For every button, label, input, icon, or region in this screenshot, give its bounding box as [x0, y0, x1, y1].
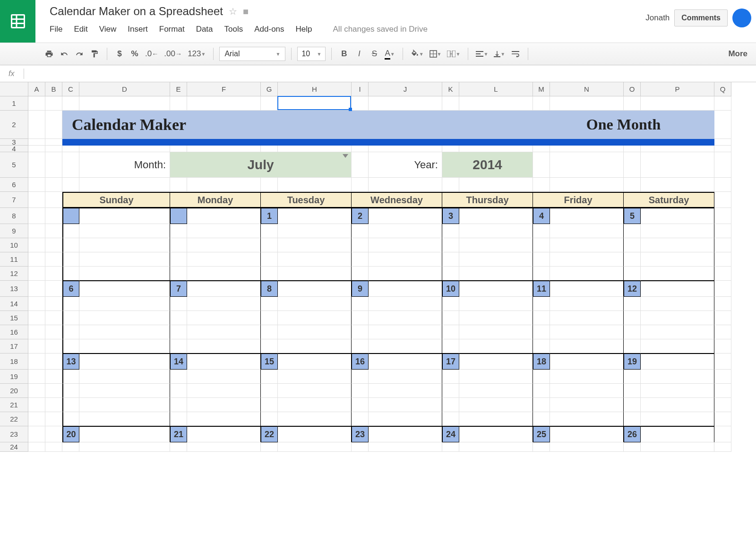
date-6[interactable]: 6 [62, 281, 79, 297]
cell-K16[interactable] [442, 325, 459, 339]
cell-A3[interactable] [28, 139, 45, 146]
cell-L19[interactable] [459, 370, 533, 384]
cell-A9[interactable] [28, 224, 45, 238]
day-header-6[interactable]: Saturday [624, 192, 714, 208]
cell-E21[interactable] [170, 398, 187, 412]
cell-F9[interactable] [187, 224, 261, 238]
cell-H24[interactable] [278, 442, 352, 452]
cell-N8[interactable] [550, 208, 624, 224]
cell-D1[interactable] [79, 96, 170, 111]
cell-A13[interactable] [28, 281, 45, 297]
cell-D10[interactable] [79, 238, 170, 252]
cell-J22[interactable] [369, 412, 442, 426]
cell-P4[interactable] [641, 146, 714, 152]
cell-D22[interactable] [79, 412, 170, 426]
cell-P13[interactable] [641, 281, 714, 297]
cell-N23[interactable] [550, 426, 624, 442]
cell-H6[interactable] [278, 178, 352, 192]
cell-P21[interactable] [641, 398, 714, 412]
date-2[interactable]: 2 [352, 208, 369, 224]
cell-B19[interactable] [45, 370, 62, 384]
cells-area[interactable]: Calendar MakerOne MonthMonth:JulyYear:20… [28, 96, 731, 452]
cell-P16[interactable] [641, 325, 714, 339]
cell-E9[interactable] [170, 224, 187, 238]
cell-Q14[interactable] [714, 297, 731, 311]
cell-P14[interactable] [641, 297, 714, 311]
cell-C9[interactable] [62, 224, 79, 238]
cell-K14[interactable] [442, 297, 459, 311]
cell-F17[interactable] [187, 339, 261, 354]
cell-I10[interactable] [352, 238, 369, 252]
cell-Q12[interactable] [714, 267, 731, 281]
row-header-4[interactable]: 4 [0, 146, 28, 152]
cell-J20[interactable] [369, 384, 442, 398]
cell-H11[interactable] [278, 252, 352, 267]
cell-B16[interactable] [45, 325, 62, 339]
cell-P19[interactable] [641, 370, 714, 384]
cell-A11[interactable] [28, 252, 45, 267]
date-8[interactable]: 8 [261, 281, 278, 297]
cell-B6[interactable] [45, 178, 62, 192]
cell-I5[interactable] [352, 152, 369, 178]
select-all-corner[interactable] [0, 82, 28, 96]
cell-L12[interactable] [459, 267, 533, 281]
col-header-K[interactable]: K [442, 82, 459, 96]
cell-Q23[interactable] [714, 426, 731, 442]
row-header-17[interactable]: 17 [0, 339, 28, 354]
cell-G3[interactable] [261, 139, 278, 146]
cell-H22[interactable] [278, 412, 352, 426]
percent-icon[interactable]: % [128, 47, 141, 61]
cell-D16[interactable] [79, 325, 170, 339]
row-header-21[interactable]: 21 [0, 398, 28, 412]
cell-J17[interactable] [369, 339, 442, 354]
cell-Q17[interactable] [714, 339, 731, 354]
cell-O21[interactable] [624, 398, 641, 412]
cell-F19[interactable] [187, 370, 261, 384]
row-header-22[interactable]: 22 [0, 412, 28, 426]
cell-L13[interactable] [459, 281, 533, 297]
row-header-2[interactable]: 2 [0, 111, 28, 139]
cell-I15[interactable] [352, 311, 369, 325]
cell-A17[interactable] [28, 339, 45, 354]
italic-icon[interactable]: I [352, 47, 366, 61]
cell-E1[interactable] [170, 96, 187, 111]
cell-L9[interactable] [459, 224, 533, 238]
cell-G14[interactable] [261, 297, 278, 311]
cell-F3[interactable] [187, 139, 261, 146]
col-header-P[interactable]: P [641, 82, 714, 96]
cell-L4[interactable] [459, 146, 533, 152]
day-header-2[interactable]: Tuesday [261, 192, 352, 208]
cell-D3[interactable] [79, 139, 170, 146]
cell-N12[interactable] [550, 267, 624, 281]
cell-F15[interactable] [187, 311, 261, 325]
cell-Q11[interactable] [714, 252, 731, 267]
month-dropdown[interactable]: July [170, 152, 352, 178]
cell-B22[interactable] [45, 412, 62, 426]
cell-H9[interactable] [278, 224, 352, 238]
cell-C22[interactable] [62, 412, 79, 426]
cell-A22[interactable] [28, 412, 45, 426]
currency-icon[interactable]: $ [113, 47, 126, 61]
cell-Q8[interactable] [714, 208, 731, 224]
cell-H13[interactable] [278, 281, 352, 297]
cell-P6[interactable] [641, 178, 714, 192]
cell-M15[interactable] [533, 311, 550, 325]
cell-G10[interactable] [261, 238, 278, 252]
row-header-1[interactable]: 1 [0, 96, 28, 111]
date-10[interactable]: 10 [442, 281, 459, 297]
cell-K1[interactable] [442, 96, 459, 111]
cell-P3[interactable] [641, 139, 714, 146]
cell-E14[interactable] [170, 297, 187, 311]
cell-M14[interactable] [533, 297, 550, 311]
cell-G12[interactable] [261, 267, 278, 281]
year-label[interactable]: Year: [369, 152, 442, 178]
cell-J18[interactable] [369, 354, 442, 370]
row-header-10[interactable]: 10 [0, 238, 28, 252]
cell-O14[interactable] [624, 297, 641, 311]
cell-O4[interactable] [624, 146, 641, 152]
cell-H18[interactable] [278, 354, 352, 370]
col-header-M[interactable]: M [533, 82, 550, 96]
date-17[interactable]: 17 [442, 354, 459, 370]
cell-E12[interactable] [170, 267, 187, 281]
cell-F1[interactable] [187, 96, 261, 111]
